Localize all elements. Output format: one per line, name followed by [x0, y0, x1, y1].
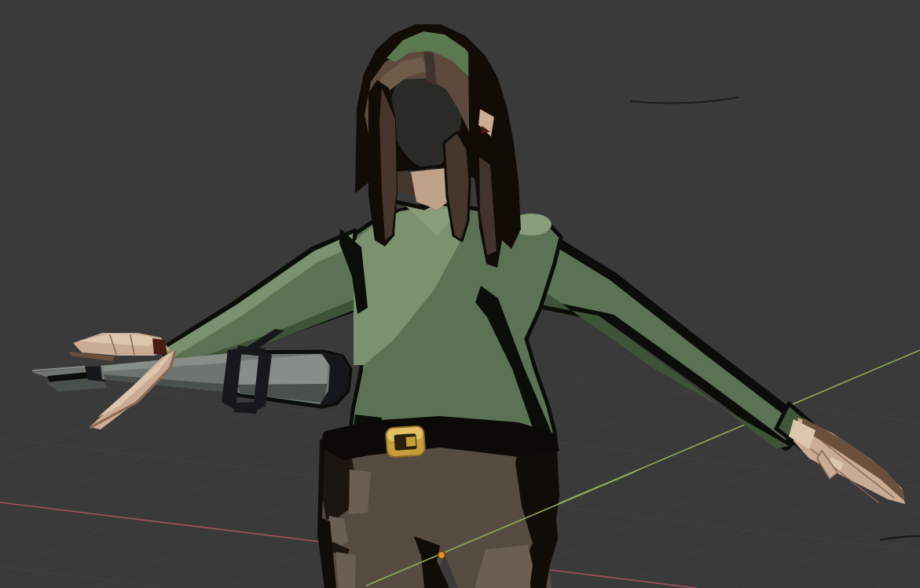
buckle-prong: [406, 436, 416, 447]
left-thigh-highlight: [349, 469, 371, 514]
origin-point[interactable]: [438, 552, 445, 559]
sling-band-bottom: [234, 402, 261, 414]
viewport-wrap: [0, 0, 920, 588]
left-shin-panel: [335, 552, 356, 588]
character-torso: [339, 196, 561, 452]
belt-buckle: [386, 425, 425, 457]
left-cuff-opening: [152, 338, 167, 355]
viewport-canvas[interactable]: [0, 0, 920, 588]
